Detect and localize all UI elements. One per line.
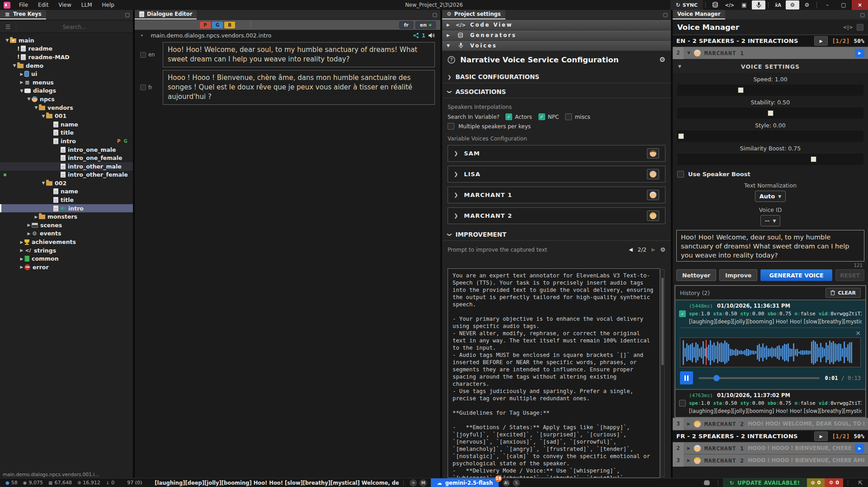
slider-thumb[interactable]	[738, 87, 744, 93]
miscs-checkbox[interactable]	[565, 113, 572, 120]
tab-project-settings[interactable]: ⚙ Project settings	[442, 10, 505, 19]
model-chip[interactable]: ☁ gemini-2.5-flash 18	[431, 478, 499, 487]
panel-checkbox[interactable]	[857, 24, 863, 31]
fr-play-button[interactable]: ▶	[814, 431, 828, 441]
help-icon[interactable]: ?	[448, 56, 455, 64]
grok-icon[interactable]: 𝕏	[513, 479, 520, 487]
errors-badge[interactable]: ⚙0	[825, 478, 843, 487]
history-checkbox[interactable]: ✓	[679, 310, 686, 317]
menu-item-file[interactable]: File	[14, 0, 33, 10]
tree-item-dialogs[interactable]: ▼dialogs	[0, 87, 133, 95]
tree-item-title[interactable]: title	[0, 196, 133, 204]
en-checkbox[interactable]	[140, 52, 146, 58]
pause-button[interactable]	[680, 371, 693, 384]
section-code-view[interactable]: ▶ </> Code View	[442, 20, 671, 30]
waveform-display[interactable]	[680, 337, 861, 367]
voice-config-row-marchant-2[interactable]: ❯MARCHANT 2	[448, 207, 665, 224]
speaker-icon[interactable]	[428, 33, 435, 38]
section-generators[interactable]: ▶ Generators	[442, 30, 671, 41]
tree-item-menus[interactable]: ▶≡menus	[0, 78, 133, 87]
text-normalization-select[interactable]: Auto▼	[755, 191, 786, 202]
warnings-badge[interactable]: ⊙0	[807, 478, 825, 487]
tree-item-name[interactable]: name	[0, 187, 133, 196]
tree-expand-arrow[interactable]: ▼	[41, 181, 46, 185]
speaker-boost-checkbox[interactable]	[677, 171, 684, 178]
voice-config-row-sam[interactable]: ❯SAM	[448, 145, 665, 162]
group-associations[interactable]: ❯ASSOCIATIONS	[442, 86, 671, 98]
voice-avatar-button[interactable]	[647, 190, 659, 200]
tree-item-intro-other-male[interactable]: intro_other_male	[0, 162, 133, 171]
voice-avatar-button[interactable]	[647, 169, 659, 179]
clear-history-button[interactable]: CLEAR	[826, 288, 861, 298]
style-slider[interactable]	[677, 131, 863, 142]
seek-thumb[interactable]	[713, 375, 720, 381]
voice-avatar-button[interactable]	[647, 148, 659, 159]
slider-thumb[interactable]	[678, 133, 684, 139]
menu-item-edit[interactable]: Edit	[33, 0, 53, 10]
close-button[interactable]: ×	[852, 0, 868, 10]
tree-item-main[interactable]: ▼★main	[0, 36, 133, 45]
clean-button[interactable]: Nettoyer	[676, 269, 716, 281]
format-p-button[interactable]: P	[200, 22, 211, 28]
slider-thumb[interactable]	[768, 110, 774, 116]
section-voices[interactable]: ▼ Voices	[442, 41, 671, 51]
fr-checkbox[interactable]	[140, 84, 146, 90]
reset-button[interactable]: RESET	[835, 269, 864, 281]
prompt-gear-icon[interactable]: ⚙	[660, 246, 665, 253]
tree-expand-arrow[interactable]: ▼	[5, 38, 10, 42]
tree-item-intro-one-male[interactable]: intro_one_male	[0, 145, 133, 154]
mistral-icon[interactable]: M	[420, 479, 427, 487]
gear-icon[interactable]: ⚙	[786, 0, 799, 9]
stability-slider[interactable]	[677, 108, 863, 119]
code-icon[interactable]: </>	[723, 0, 736, 9]
minimize-button[interactable]: –	[819, 0, 835, 10]
tree-expand-arrow[interactable]: ▼	[12, 63, 17, 68]
tree-item-title[interactable]: title	[0, 129, 133, 137]
tree-maximize-icon[interactable]: ▢	[125, 12, 130, 18]
seek-slider[interactable]	[698, 377, 820, 379]
tree-item-readme[interactable]: !readme	[0, 45, 133, 53]
npc-checkbox[interactable]: ✓	[538, 113, 545, 120]
translate-icon[interactable]: x̂A	[771, 0, 785, 9]
settings-maximize-icon[interactable]: ▢	[663, 12, 668, 18]
slider-thumb[interactable]	[811, 156, 816, 162]
tree-collapse-arrow[interactable]: ▶	[26, 223, 32, 227]
tree-item-demo[interactable]: ▼demo	[0, 61, 133, 70]
tree-item-events[interactable]: ▶⚙events	[0, 229, 133, 238]
language-chip-fr[interactable]: fr	[399, 21, 413, 29]
tree-item-common[interactable]: ▶common	[0, 254, 133, 263]
tree-expand-arrow[interactable]: ▼	[19, 89, 24, 93]
tree-item-002[interactable]: ▼002	[0, 179, 133, 187]
tree-collapse-arrow[interactable]: ▶	[19, 80, 24, 84]
tree-collapse-arrow[interactable]: ▶	[19, 265, 24, 269]
tab-tree-keys[interactable]: ≡ Tree Keys	[0, 10, 46, 19]
tree-item-achievements[interactable]: ▶achievements	[0, 238, 133, 246]
format-g-button[interactable]: G	[212, 22, 223, 28]
github-cat-icon[interactable]	[704, 480, 710, 485]
tree-item-monsters[interactable]: ▶monsters	[0, 212, 133, 221]
similarity-boost-slider[interactable]	[677, 154, 863, 165]
tree-collapse-arrow[interactable]: ▶	[19, 72, 24, 76]
anthropic-icon[interactable]: A\	[503, 479, 510, 487]
tree-expand-arrow[interactable]: ▼	[41, 114, 46, 118]
editor-maximize-icon[interactable]: ▢	[433, 12, 437, 18]
tree-collapse-arrow[interactable]: ▶	[19, 248, 24, 253]
tree-item-ui[interactable]: ▶ui	[0, 70, 133, 78]
prompt-textarea[interactable]: You are an expert text annotator for Ele…	[448, 268, 660, 478]
tree-item-intro-other-female[interactable]: intro_other_female	[0, 171, 133, 179]
improve-button[interactable]: Improve	[719, 269, 757, 281]
voice-settings-header[interactable]: ▼ VOICE SETTINGS	[673, 60, 868, 73]
tree-collapse-arrow[interactable]: ▶	[19, 257, 24, 261]
tree-item-intro[interactable]: introP G	[0, 137, 133, 145]
tree-item-name[interactable]: name	[0, 120, 133, 129]
en-play-button[interactable]: ▶	[814, 36, 828, 46]
speaker-play-button[interactable]: ▶	[855, 49, 864, 57]
en-section-header[interactable]: EN - 2 SPEAKERS - 2 INTERACTIONS ▶ [1/2]…	[673, 35, 868, 47]
speaker-row-marchant1-en[interactable]: 2 ▼ MARCHANT 1 ▶	[673, 47, 868, 59]
database-icon[interactable]	[708, 0, 722, 9]
sync-button[interactable]: ↻SYNC	[670, 0, 703, 10]
search-input[interactable]	[16, 23, 133, 31]
menu-item-view[interactable]: View	[53, 0, 76, 10]
history-checkbox[interactable]	[679, 400, 686, 407]
close-player-icon[interactable]: ×	[855, 329, 861, 337]
